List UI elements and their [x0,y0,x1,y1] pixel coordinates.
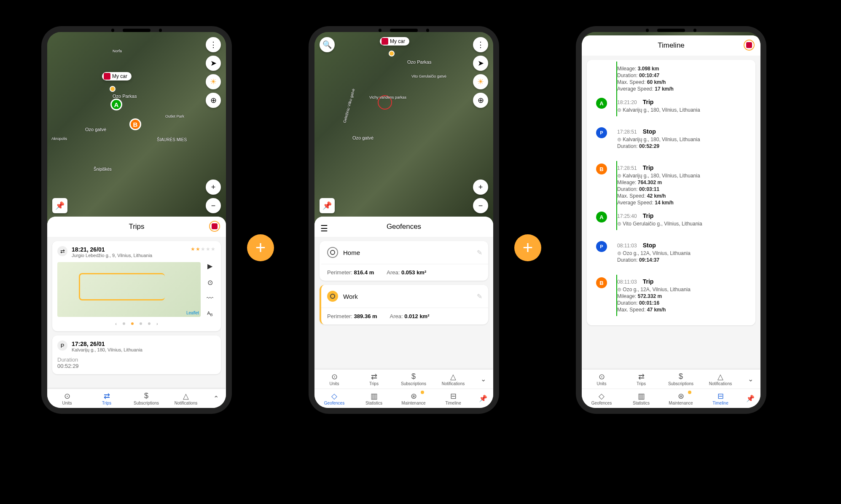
nav-geofences[interactable]: ◇Geofences [314,391,354,405]
unit-filter-button[interactable] [744,40,755,51]
timeline-item[interactable]: P 17:28:51Stop Kalvarijų g., 180, Vilniu… [596,125,746,153]
nav-notifications[interactable]: △Notifications [701,372,740,386]
menu-icon[interactable]: ☰ [320,223,328,233]
collapse-icon[interactable]: ⌄ [740,372,760,386]
nav-maintenance[interactable]: ⊛Maintenance [394,391,433,405]
unit-label[interactable]: My car [380,37,409,46]
phone-timeline: Timeline Mileage: 3.098 km Duration: 00:… [576,26,766,414]
edit-icon[interactable]: ✎ [477,249,482,257]
trip-thumbnail[interactable]: Leaflet [57,262,201,317]
timeline: Mileage: 3.098 km Duration: 00:10:47 Max… [590,60,752,320]
timeline-item[interactable]: A 17:25:40Trip Vito Gerulaičio g., Vilni… [596,209,746,230]
trips-sheet: Trips ⇄ 18:21, 26/01 Jurgio Lebedžio g.,… [47,217,226,408]
map-view[interactable]: My car Ozo Parkas Ozo gatvė Vichy vanden… [314,32,493,222]
nav-subscriptions[interactable]: $Subscriptions [126,391,166,405]
parking-icon: P [57,340,67,351]
nav-timeline[interactable]: ⊟Timeline [701,391,740,405]
search-icon[interactable]: 🔍 [320,37,335,52]
bottom-nav: ⊙Units ⇄Trips $Subscriptions △Notificati… [582,370,760,408]
marker-b-icon: B [596,164,607,174]
timeline-item[interactable]: B 17:28:51Trip Kalvarijų g., 180, Vilniu… [596,161,746,209]
timeline-sheet: Timeline Mileage: 3.098 km Duration: 00:… [582,35,760,408]
pin-icon[interactable]: 📌 [320,198,335,213]
nav-notifications[interactable]: △Notifications [166,391,206,405]
pin-icon[interactable]: 📌 [52,198,67,213]
timeline-item[interactable]: A 18:21:20Trip Kalvarijų g., 180, Vilniu… [596,95,746,116]
zoom-in-button[interactable]: + [473,180,488,195]
nav-notifications[interactable]: △Notifications [433,372,473,386]
plus-separator-icon: + [514,234,541,261]
parking-icon: P [596,241,607,252]
plus-separator-icon: + [247,234,274,261]
map-view[interactable]: My car A B Ozo Parkas Ozo gatvė Akropoli… [47,32,226,222]
bottom-nav: ⊙Units ⇄Trips $Subscriptions △Notificati… [314,370,493,408]
nav-trips[interactable]: ⇄Trips [621,372,661,386]
nav-statistics[interactable]: ▥Statistics [354,391,394,405]
chevron-right-icon[interactable]: › [156,321,158,326]
edit-icon[interactable]: ✎ [477,292,482,300]
zoom-in-button[interactable]: + [206,180,221,195]
nav-units[interactable]: ⊙Units [314,372,354,386]
nav-subscriptions[interactable]: $Subscriptions [394,372,433,386]
timeline-item[interactable]: Mileage: 3.098 km Duration: 00:10:47 Max… [596,62,746,95]
ab-icon[interactable]: AB [207,311,212,317]
nav-units[interactable]: ⊙Units [582,372,621,386]
nav-maintenance[interactable]: ⊛Maintenance [661,391,701,405]
expand-icon[interactable]: ⌃ [206,391,226,405]
trip-time: 17:28, 26/01 [72,340,142,347]
geofence-icon [327,291,338,302]
phone-geofences: My car Ozo Parkas Ozo gatvė Vichy vanden… [309,26,499,414]
trip-icon: ⇄ [57,246,67,256]
more-icon[interactable]: ⋮ [473,37,488,52]
locate-icon[interactable]: ⊕ [206,93,221,108]
trip-card[interactable]: P 17:28, 26/01 Kalvarijų g., 180, Vilniu… [52,335,221,374]
marker-b[interactable]: B [129,118,141,130]
timeline-item[interactable]: P 08:11:03Stop Ozo g., 12A, Vilnius, Lit… [596,239,746,266]
chevron-left-icon[interactable]: ‹ [115,321,117,326]
collapse-icon[interactable]: ⌄ [473,372,493,386]
nav-trips[interactable]: ⇄Trips [87,391,126,405]
unit-marker[interactable] [389,51,395,56]
marker-b-icon: B [596,277,607,288]
pin-icon[interactable]: 📌 [740,391,760,405]
marker-a-icon: A [596,212,607,223]
compass-icon[interactable]: ➤ [473,56,488,71]
trip-rating[interactable]: ★★★★★ [191,246,216,252]
geofence-card[interactable]: Home ✎ Perimeter: 816.4 m Area: 0.053 km… [320,241,488,281]
sheet-title: Timeline [582,35,760,56]
trip-time: 18:21, 26/01 [72,246,152,253]
unit-marker[interactable] [110,86,116,92]
play-icon[interactable]: ▶ [207,262,212,270]
zoom-out-button[interactable]: − [473,198,488,213]
nav-geofences[interactable]: ◇Geofences [582,391,621,405]
trip-card[interactable]: ⇄ 18:21, 26/01 Jurgio Lebedžio g., 9, Vi… [52,241,221,331]
sheet-title: ☰Geofences [314,217,493,237]
pager[interactable]: ‹ › [57,321,216,326]
marker-a-icon: A [596,98,607,109]
theme-icon[interactable]: ☀ [473,74,488,89]
locate-icon[interactable]: ⊕ [473,93,488,108]
unit-label[interactable]: My car [102,72,132,80]
geofence-card[interactable]: Work ✎ Perimeter: 389.36 m Area: 0.012 k… [320,285,488,324]
marker-a[interactable]: A [110,99,122,110]
nav-units[interactable]: ⊙Units [47,391,87,405]
nav-subscriptions[interactable]: $Subscriptions [661,372,701,386]
more-icon[interactable]: ⋮ [206,37,221,52]
nav-trips[interactable]: ⇄Trips [354,372,394,386]
timeline-item[interactable]: B 08:11:03Trip Ozo g., 12A, Vilnius, Lit… [596,275,746,316]
sheet-title: Trips [47,217,226,237]
trip-address: Kalvarijų g., 180, Vilnius, Lithuania [72,347,142,352]
nav-timeline[interactable]: ⊟Timeline [433,391,473,405]
unit-filter-button[interactable] [209,221,220,232]
nav-statistics[interactable]: ▥Statistics [621,391,661,405]
compass-icon[interactable]: ➤ [206,56,221,71]
zoom-out-button[interactable]: − [206,198,221,213]
bottom-nav: ⊙Units ⇄Trips $Subscriptions △Notificati… [47,389,226,408]
car-icon [382,38,388,45]
geofence-icon [327,247,338,258]
focus-icon[interactable]: ⊙ [207,279,213,287]
pin-icon[interactable]: 📌 [473,391,493,405]
theme-icon[interactable]: ☀ [206,74,221,89]
geofences-sheet: ☰Geofences Home ✎ Perimeter: 816.4 m Are… [314,217,493,408]
stats-icon[interactable]: 〰 [207,295,213,302]
